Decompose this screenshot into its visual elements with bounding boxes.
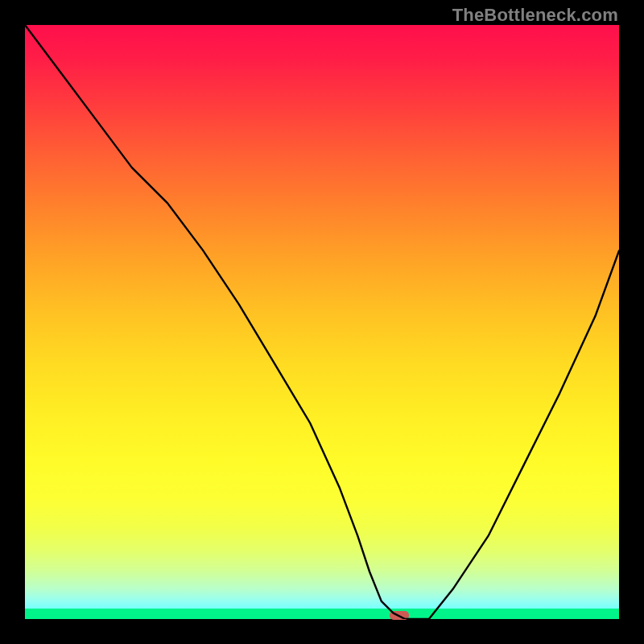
chart-frame: TheBottleneck.com	[0, 0, 644, 644]
plot-area	[25, 25, 619, 619]
bottleneck-curve	[25, 25, 619, 619]
watermark-text: TheBottleneck.com	[452, 5, 618, 26]
curve-path	[25, 25, 619, 619]
